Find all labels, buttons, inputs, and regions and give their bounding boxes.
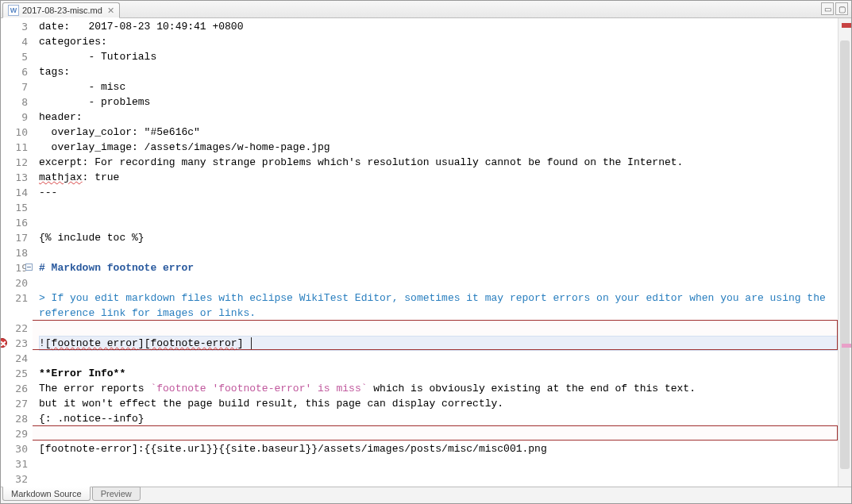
line-number: 19 xyxy=(1,260,28,275)
code-area[interactable]: date: 2017-08-23 10:49:41 +0800categorie… xyxy=(33,18,838,487)
tab-preview[interactable]: Preview xyxy=(92,487,141,501)
line-number: 5 xyxy=(1,49,28,64)
code-line[interactable] xyxy=(39,351,838,366)
line-number: 4 xyxy=(1,34,28,49)
code-line[interactable]: excerpt: For recording many strange prob… xyxy=(39,155,838,170)
line-number: 11 xyxy=(1,140,28,155)
code-line[interactable]: - misc xyxy=(39,79,838,94)
line-number: 30 xyxy=(1,441,28,456)
line-number: 27 xyxy=(1,396,28,411)
code-line[interactable]: ![footnote error][footnote-error] xyxy=(39,336,838,351)
code-line[interactable] xyxy=(39,471,838,487)
tab-tools: ▭ ▢ xyxy=(821,2,848,15)
line-number: 6 xyxy=(1,64,28,79)
minimize-button[interactable]: ▭ xyxy=(821,2,834,15)
code-line[interactable]: --- xyxy=(39,185,838,200)
file-tab[interactable]: W 2017-08-23-misc.md ✕ xyxy=(2,2,120,18)
code-line[interactable]: tags: xyxy=(39,64,838,79)
line-number: 9 xyxy=(1,110,28,125)
line-number: 15 xyxy=(1,200,28,215)
tab-filename: 2017-08-23-misc.md xyxy=(22,6,102,15)
code-line[interactable]: [footnote-error]:{{site.url}}{{site.base… xyxy=(39,441,838,456)
line-number: 21 xyxy=(1,290,28,306)
code-line[interactable] xyxy=(39,321,838,336)
line-number: 22 xyxy=(1,321,28,336)
line-number: 16 xyxy=(1,215,28,230)
code-line[interactable]: date: 2017-08-23 10:49:41 +0800 xyxy=(39,19,838,34)
code-line[interactable]: overlay_color: "#5e616c" xyxy=(39,125,838,140)
code-line[interactable]: mathjax: true xyxy=(39,170,838,185)
line-gutter: 3456789101112131415161718192021 22232425… xyxy=(1,18,33,487)
close-icon[interactable]: ✕ xyxy=(107,6,114,16)
line-number: 29 xyxy=(1,426,28,441)
code-line[interactable] xyxy=(39,200,838,215)
text-cursor xyxy=(251,337,258,349)
code-line[interactable] xyxy=(39,215,838,230)
code-line[interactable]: {% include toc %} xyxy=(39,230,838,245)
line-number: 18 xyxy=(1,245,28,260)
code-line[interactable]: overlay_image: /assets/images/w-home-pag… xyxy=(39,140,838,155)
code-line[interactable]: header: xyxy=(39,110,838,125)
line-number: 14 xyxy=(1,185,28,200)
tab-markdown-source[interactable]: Markdown Source xyxy=(2,487,91,501)
overview-ruler[interactable] xyxy=(838,18,851,487)
code-line[interactable]: # Markdown footnote error xyxy=(39,260,838,275)
line-number: 28 xyxy=(1,411,28,426)
code-line[interactable] xyxy=(39,456,838,471)
line-number: 31 xyxy=(1,456,28,471)
line-number: 8 xyxy=(1,94,28,110)
line-number: 20 xyxy=(1,275,28,290)
code-line[interactable]: categories: xyxy=(39,34,838,49)
code-line[interactable]: - problems xyxy=(39,94,838,110)
line-number: 24 xyxy=(1,351,28,366)
maximize-button[interactable]: ▢ xyxy=(835,2,848,15)
line-number: 13 xyxy=(1,170,28,185)
code-line[interactable] xyxy=(39,275,838,290)
line-number: 12 xyxy=(1,155,28,170)
error-icon xyxy=(0,338,7,348)
bottom-tab-bar: Markdown Source Preview xyxy=(1,487,851,503)
line-number: 25 xyxy=(1,366,28,381)
code-line[interactable]: The error reports `footnote 'footnote-er… xyxy=(39,381,838,396)
code-line[interactable]: - Tutorials xyxy=(39,49,838,64)
code-line[interactable]: {: .notice--info} xyxy=(39,411,838,426)
editor: 3456789101112131415161718192021 22232425… xyxy=(1,18,851,487)
line-number: 17 xyxy=(1,230,28,245)
scrollbar-thumb[interactable] xyxy=(840,40,850,469)
overview-mark-error xyxy=(842,23,851,28)
line-number: 23 xyxy=(1,336,28,351)
code-line[interactable]: but it won't effect the page build resul… xyxy=(39,396,838,411)
overview-mark-warning xyxy=(842,344,851,348)
file-icon: W xyxy=(8,5,19,16)
editor-tab-bar: W 2017-08-23-misc.md ✕ ▭ ▢ xyxy=(1,1,851,18)
line-number: 32 xyxy=(1,471,28,487)
line-number: 26 xyxy=(1,381,28,396)
line-number: 10 xyxy=(1,125,28,140)
code-line[interactable]: **Error Info** xyxy=(39,366,838,381)
fold-icon[interactable] xyxy=(25,264,33,271)
code-line[interactable] xyxy=(39,426,838,441)
line-number: 3 xyxy=(1,19,28,34)
line-number: 7 xyxy=(1,79,28,94)
code-line[interactable] xyxy=(39,245,838,260)
code-line[interactable]: > If you edit markdown files with eclips… xyxy=(39,290,838,321)
